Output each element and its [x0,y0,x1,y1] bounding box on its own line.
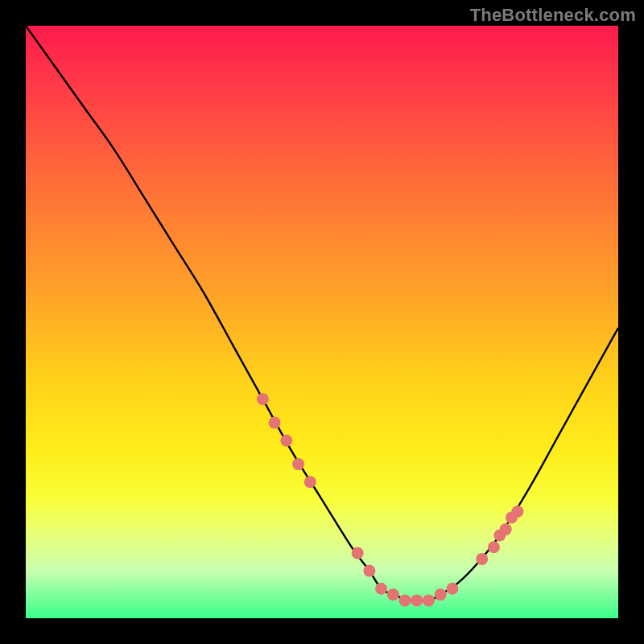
watermark-text: TheBottleneck.com [470,5,636,26]
curve-markers [257,393,524,606]
curve-marker [292,458,304,470]
curve-marker [488,541,500,553]
curve-marker [304,476,316,488]
curve-marker [423,594,435,606]
plot-area [26,26,618,618]
curve-marker [411,594,423,606]
curve-marker [375,583,387,595]
curve-marker [399,594,411,606]
chart-frame: TheBottleneck.com [0,0,644,644]
curve-marker [363,565,375,577]
curve-marker [280,435,292,447]
curve-marker [511,506,523,518]
curve-marker [387,588,399,601]
curve-marker [446,583,458,595]
curve-svg [26,26,618,618]
curve-marker [269,417,281,429]
curve-marker [500,523,512,535]
curve-marker [476,553,488,565]
bottleneck-curve [26,26,618,601]
curve-marker [435,588,447,601]
curve-marker [257,393,269,405]
curve-marker [352,547,364,559]
